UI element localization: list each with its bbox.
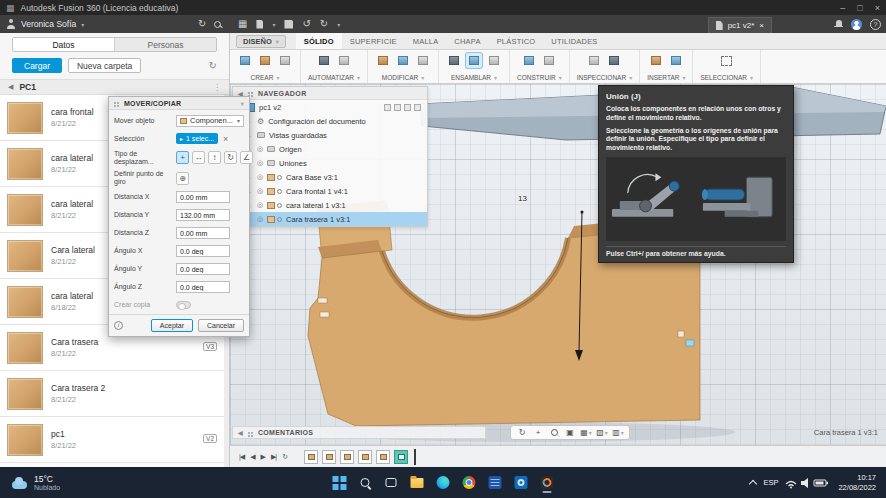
doc-status-icon[interactable] — [404, 104, 411, 111]
back-icon[interactable]: ◀ — [8, 83, 13, 91]
tool-icon[interactable] — [395, 53, 411, 68]
timeline-feature[interactable] — [304, 450, 318, 464]
distance-z-input[interactable] — [176, 227, 230, 239]
tree-item-component-selected[interactable]: ▷ ◎ Cara trasera 1 v3:1 — [233, 212, 427, 226]
move-free-button[interactable]: + — [176, 151, 189, 164]
eye-icon[interactable]: ◎ — [257, 187, 263, 195]
tree-item-joints[interactable]: ▷ ◎ Uniones — [233, 156, 427, 170]
doc-status-icon[interactable] — [414, 104, 421, 111]
cancel-button[interactable]: Cancelar — [198, 319, 244, 332]
upload-button[interactable]: Cargar — [12, 58, 62, 73]
sync-icon[interactable]: ↻ — [198, 19, 206, 29]
search-icon[interactable] — [214, 21, 221, 28]
weather-widget[interactable]: 15°C Nublado — [0, 474, 72, 491]
folder-name[interactable]: PC1 — [19, 82, 36, 92]
selection-chip[interactable]: ▸ 1 selec... — [176, 133, 218, 144]
tab-plastico[interactable]: PLÁSTICO — [489, 33, 544, 49]
set-pivot-button[interactable]: ⊕ — [176, 172, 189, 185]
comments-bar[interactable]: ◀ COMENTARIOS — [232, 426, 486, 439]
file-menu-icon[interactable] — [256, 20, 263, 29]
close-button[interactable]: × — [875, 3, 880, 13]
tool-icon[interactable] — [648, 53, 664, 68]
angle-x-input[interactable] — [176, 245, 230, 257]
eye-icon[interactable]: ◎ — [257, 145, 263, 153]
timeline-loop-button[interactable]: ↻ — [281, 453, 288, 461]
tool-icon[interactable] — [257, 53, 273, 68]
navigator-header[interactable]: ◀ NAVEGADOR — [233, 87, 427, 100]
display-settings-icon[interactable]: ▧▾ — [595, 427, 609, 439]
tool-icon[interactable] — [668, 53, 684, 68]
task-view-icon[interactable] — [383, 472, 400, 494]
doc-status-icon[interactable] — [394, 104, 401, 111]
move-vertical-button[interactable]: ↕ — [208, 151, 221, 164]
timeline-step-back-button[interactable]: ◀ — [249, 453, 255, 461]
tool-icon[interactable] — [541, 53, 557, 68]
tree-item-component[interactable]: ▷ ◎ Cara Base v3:1 — [233, 170, 427, 184]
rotate-button[interactable]: ↻ — [224, 151, 237, 164]
timeline-playhead[interactable] — [414, 449, 416, 465]
timeline-feature[interactable] — [322, 450, 336, 464]
select-tool-icon[interactable] — [719, 53, 735, 68]
viewport[interactable]: 13 ◀ NAVEGADOR ▾ pc1 v2 — [230, 84, 886, 445]
start-button[interactable] — [331, 472, 348, 494]
edge-icon[interactable] — [435, 472, 452, 494]
close-tab-icon[interactable]: × — [759, 21, 764, 30]
save-icon[interactable] — [284, 20, 293, 29]
timeline-feature[interactable] — [376, 450, 390, 464]
tab-datos[interactable]: Datos — [13, 38, 115, 51]
workspace-selector[interactable]: DISEÑO ▾ — [236, 35, 286, 48]
hidden-icons-chevron[interactable] — [749, 480, 757, 488]
tab-personas[interactable]: Personas — [115, 38, 216, 51]
refresh-icon[interactable]: ↻ — [209, 60, 217, 71]
tree-item-component[interactable]: ▷ ◎ cara lateral 1 v3:1 — [233, 198, 427, 212]
info-icon[interactable]: i — [114, 321, 123, 330]
tool-icon[interactable] — [415, 53, 431, 68]
move-horizontal-button[interactable]: ↔ — [192, 151, 205, 164]
tool-icon[interactable] — [277, 53, 293, 68]
timeline-skip-start-button[interactable]: |◀ — [238, 453, 245, 461]
tool-icon[interactable] — [316, 53, 332, 68]
timeline-feature[interactable] — [340, 450, 354, 464]
app-grid-icon[interactable]: ▦ — [6, 3, 15, 13]
drag-grip-icon[interactable] — [248, 432, 250, 434]
drag-grip-icon[interactable] — [114, 102, 116, 104]
help-icon[interactable]: ? — [870, 19, 881, 30]
angle-button[interactable]: ∠ — [240, 151, 253, 164]
new-folder-button[interactable]: Nueva carpeta — [68, 58, 141, 73]
tool-icon[interactable] — [446, 53, 462, 68]
file-explorer-icon[interactable] — [409, 472, 426, 494]
eye-icon[interactable]: ◎ — [257, 201, 263, 209]
overflow-icon[interactable]: ⋮ — [213, 83, 221, 92]
timeline-feature[interactable] — [358, 450, 372, 464]
tree-item-origin[interactable]: ▷ ◎ Origen — [233, 142, 427, 156]
clock[interactable]: 10:17 22/08/2022 — [838, 473, 876, 493]
drag-grip-icon[interactable] — [248, 92, 250, 94]
eye-icon[interactable]: ◎ — [257, 173, 263, 181]
chrome-icon[interactable] — [461, 472, 478, 494]
user-menu[interactable]: Veronica Sofía ▾ — [6, 15, 84, 33]
eye-icon[interactable]: ◎ — [257, 215, 263, 223]
taskbar-search-icon[interactable] — [357, 472, 374, 494]
join-tool-icon[interactable] — [466, 53, 482, 68]
fusion-360-icon[interactable] — [539, 472, 556, 494]
orbit-icon[interactable]: ↻ — [515, 427, 529, 439]
angle-y-input[interactable] — [176, 263, 230, 275]
collapse-icon[interactable]: ◀ — [238, 429, 243, 436]
tab-malla[interactable]: MALLA — [405, 33, 447, 49]
taskbar-app-icon[interactable] — [513, 472, 530, 494]
notifications-icon[interactable] — [834, 20, 843, 29]
accept-button[interactable]: Aceptar — [151, 319, 193, 332]
undo-icon[interactable]: ↺ — [302, 19, 310, 29]
data-panel-toggle-icon[interactable]: ▦ — [238, 19, 247, 29]
minimize-button[interactable]: – — [840, 3, 845, 13]
eye-icon[interactable]: ◎ — [257, 159, 263, 167]
pan-icon[interactable]: + — [531, 427, 545, 439]
timeline-skip-end-button[interactable]: ▶| — [270, 453, 277, 461]
maximize-button[interactable]: □ — [857, 3, 862, 13]
document-tab[interactable]: pc1 v2* × — [708, 17, 772, 33]
avatar[interactable] — [851, 19, 862, 30]
tree-item-component[interactable]: ▷ ◎ Cara frontal 1 v4:1 — [233, 184, 427, 198]
viewports-icon[interactable]: ▥▾ — [611, 427, 625, 439]
create-copy-toggle[interactable] — [176, 301, 191, 309]
chevron-down-icon[interactable]: ▾ — [241, 100, 244, 107]
